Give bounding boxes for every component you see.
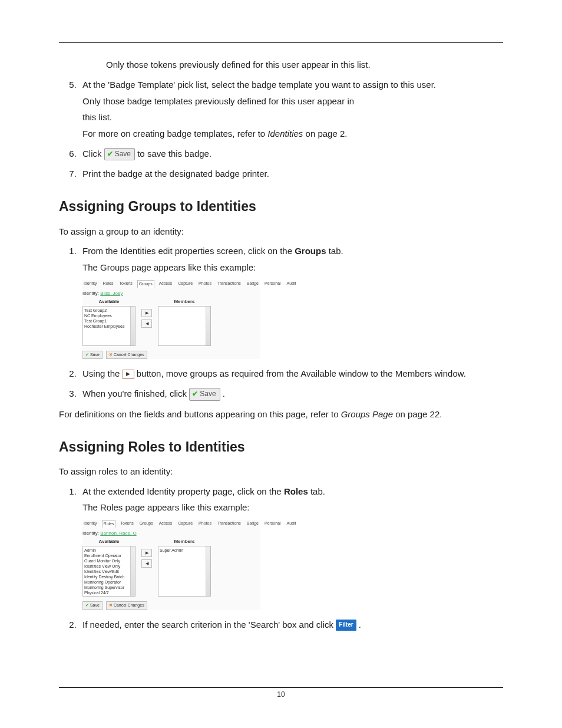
list-item[interactable]: Identities View/Edit xyxy=(84,569,134,574)
list-item: If needed, enter the search criterion in… xyxy=(79,618,503,631)
tab-transactions[interactable]: Transactions xyxy=(216,280,242,288)
button-label: Save xyxy=(115,150,131,158)
list-item[interactable]: Rochester Employees xyxy=(84,324,134,329)
cancel-changes-button[interactable]: ✖ Cancel Changes xyxy=(106,351,147,359)
members-listbox[interactable] xyxy=(158,306,211,346)
text-fragment: From the Identities edit properties scre… xyxy=(82,246,295,256)
list-item[interactable]: Monitoring Operator xyxy=(84,579,134,585)
tab-audit[interactable]: Audit xyxy=(286,280,297,288)
list-item[interactable]: Identity Destroy Batch xyxy=(84,574,134,579)
body-text: To assign a group to an identity: xyxy=(59,225,503,238)
save-button[interactable]: ✔Save xyxy=(189,388,220,400)
available-listbox[interactable]: AdminEnrollment OperatorGuard Monitor On… xyxy=(82,546,135,597)
text-fragment: tab. xyxy=(326,246,343,256)
save-button[interactable]: ✔Save xyxy=(104,148,135,160)
tab-badge[interactable]: Badge xyxy=(246,520,260,528)
button-label: Save xyxy=(200,390,216,398)
body-text: Only those tokens previously defined for… xyxy=(106,58,503,71)
members-column: Members Super Admin xyxy=(158,538,211,597)
tab-tokens[interactable]: Tokens xyxy=(119,520,134,528)
ordered-list: At the extended Identity property page, … xyxy=(79,485,503,631)
list-item[interactable]: NC Employees xyxy=(84,313,134,318)
column-title: Available xyxy=(82,298,135,305)
save-button[interactable]: ✔ Save xyxy=(82,351,103,359)
top-rule xyxy=(59,42,503,43)
tab-access[interactable]: Access xyxy=(158,520,174,528)
tab-identity[interactable]: Identity xyxy=(82,280,98,288)
list-item[interactable]: Terry's Badging xyxy=(84,595,134,597)
screenshot-footer-buttons: ✔ Save ✖ Cancel Changes xyxy=(82,351,260,359)
text-fragment: For definitions on the fields and button… xyxy=(59,409,341,419)
tab-bar: IdentityRolesTokensGroupsAccessCapturePh… xyxy=(82,280,260,288)
button-label: Save xyxy=(90,353,100,357)
members-column: Members xyxy=(158,298,211,347)
text-fragment: When you're finished, click xyxy=(82,388,189,398)
check-icon: ✔ xyxy=(85,603,89,607)
identity-label-row: Identity: Bliss, Joey xyxy=(82,290,260,297)
tab-capture[interactable]: Capture xyxy=(177,520,194,528)
cancel-icon: ✖ xyxy=(109,603,113,607)
step-text: Print the badge at the designated badge … xyxy=(82,169,269,179)
save-button[interactable]: ✔ Save xyxy=(82,601,103,610)
tab-personal[interactable]: Personal xyxy=(263,520,282,528)
identity-label: Identity: xyxy=(82,291,99,296)
list-item[interactable]: Identities View Only xyxy=(84,564,134,569)
tab-access[interactable]: Access xyxy=(158,280,174,288)
check-icon: ✔ xyxy=(85,353,89,357)
column-title: Members xyxy=(158,538,211,545)
tab-photos[interactable]: Photos xyxy=(197,280,213,288)
tab-groups[interactable]: Groups xyxy=(137,280,154,288)
tab-transactions[interactable]: Transactions xyxy=(216,520,242,528)
move-left-button[interactable]: ◀ xyxy=(141,319,152,328)
text-fragment: . xyxy=(223,388,225,398)
button-label: Cancel Changes xyxy=(114,353,144,357)
tab-photos[interactable]: Photos xyxy=(197,520,213,528)
body-text: To assign roles to an identity: xyxy=(59,465,503,478)
tab-tokens[interactable]: Tokens xyxy=(118,280,133,288)
tab-bar: IdentityRolesTokensGroupsAccessCapturePh… xyxy=(82,520,260,528)
list-item[interactable]: Test Group2 xyxy=(84,308,134,313)
bold-text: Roles xyxy=(284,486,308,496)
move-right-button[interactable]: ▶ xyxy=(141,549,152,557)
list-item[interactable]: Physical 24/7 xyxy=(84,590,134,595)
section-heading: Assigning Groups to Identities xyxy=(59,197,503,216)
tab-roles[interactable]: Roles xyxy=(102,280,115,288)
roles-page-screenshot: IdentityRolesTokensGroupsAccessCapturePh… xyxy=(82,520,260,610)
body-text: For definitions on the fields and button… xyxy=(59,408,503,421)
tab-capture[interactable]: Capture xyxy=(177,280,194,288)
cancel-icon: ✖ xyxy=(109,353,113,357)
tab-audit[interactable]: Audit xyxy=(286,520,297,528)
members-listbox[interactable]: Super Admin xyxy=(158,546,211,597)
move-left-button[interactable]: ◀ xyxy=(141,559,152,568)
list-item[interactable]: Enrollment Operator xyxy=(84,553,134,558)
tab-badge[interactable]: Badge xyxy=(246,280,260,288)
identity-name-link[interactable]: Bannon, Race, O xyxy=(100,531,136,536)
list-item: Print the badge at the designated badge … xyxy=(79,167,503,180)
list-item[interactable]: Super Admin xyxy=(160,548,209,553)
bottom-rule xyxy=(59,687,503,688)
available-listbox[interactable]: Test Group2NC EmployeesTest Group1Roches… xyxy=(82,306,135,346)
screenshot-footer-buttons: ✔ Save ✖ Cancel Changes xyxy=(82,601,260,610)
filter-button[interactable]: Filter xyxy=(336,620,356,631)
tab-personal[interactable]: Personal xyxy=(263,280,282,288)
cancel-changes-button[interactable]: ✖ Cancel Changes xyxy=(106,601,147,610)
list-item[interactable]: Guard Monitor Only xyxy=(84,558,134,564)
list-item[interactable]: Admin xyxy=(84,548,134,553)
identity-name-link[interactable]: Bliss, Joey xyxy=(100,291,123,296)
text-fragment: tab. xyxy=(308,486,325,496)
tab-identity[interactable]: Identity xyxy=(82,520,98,528)
move-right-icon[interactable]: ▶ xyxy=(123,370,134,379)
body-text: The Roles page appears like this example… xyxy=(82,501,503,514)
text-fragment: button, move groups as required from the… xyxy=(134,368,466,378)
list-item[interactable]: Test Group1 xyxy=(84,318,134,324)
text-fragment: to save this badge. xyxy=(137,149,211,159)
text-fragment: on page 22. xyxy=(393,409,442,419)
move-right-button[interactable]: ▶ xyxy=(141,309,152,317)
step-text: At the 'Badge Template' pick list, selec… xyxy=(82,80,436,90)
tab-groups[interactable]: Groups xyxy=(138,520,154,528)
document-page: Only those tokens previously defined for… xyxy=(0,0,562,728)
list-item: From the Identities edit properties scre… xyxy=(79,245,503,359)
ordered-list: From the Identities edit properties scre… xyxy=(79,245,503,400)
list-item[interactable]: Monitoring Supervisor xyxy=(84,585,134,590)
tab-roles[interactable]: Roles xyxy=(102,520,116,528)
